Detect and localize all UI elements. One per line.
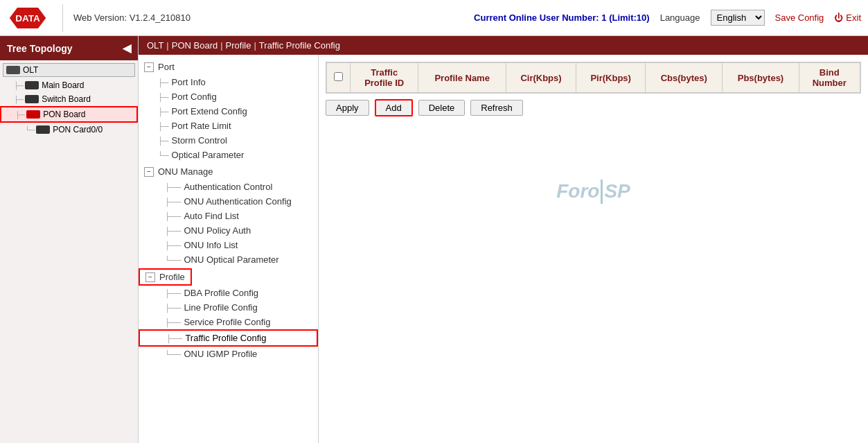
nav-item-line-profile[interactable]: ├── Line Profile Config — [139, 300, 318, 315]
watermark-text-right: SP — [604, 180, 630, 202]
nav-section-port: − Port ├─ Port Info ├─ Port Config ├─ Po… — [139, 59, 318, 162]
nav-section-profile-header[interactable]: − Profile — [139, 268, 192, 286]
nav-item-service-profile[interactable]: ├── Service Profile Config — [139, 315, 318, 329]
col-pir: Pir(Kbps) — [576, 63, 646, 93]
header-divider — [62, 4, 63, 32]
exit-label: Exit — [846, 12, 861, 23]
tree-connector-mainboard: ├─ — [14, 82, 24, 89]
connector-onu-info: ├── — [165, 241, 181, 250]
select-all-checkbox[interactable] — [334, 72, 343, 81]
nav-optical-label: Optical Parameter — [172, 150, 245, 160]
nav-port-info-label: Port Info — [172, 77, 206, 87]
nav-item-port-rate[interactable]: ├─ Port Rate Limit — [139, 119, 318, 133]
breadcrumb-olt[interactable]: OLT — [147, 40, 163, 51]
breadcrumb-profile[interactable]: Profile — [226, 40, 251, 51]
mainboard-icon — [25, 81, 39, 89]
web-version-label: Web Version: V1.2.4_210810 — [73, 12, 474, 23]
language-select[interactable]: English Chinese — [711, 10, 765, 26]
sidebar-collapse-icon[interactable]: ◀ — [123, 42, 131, 55]
nav-item-port-config[interactable]: ├─ Port Config — [139, 89, 318, 104]
olt-icon — [6, 66, 20, 74]
nav-item-policy-auth[interactable]: ├── ONU Policy Auth — [139, 223, 318, 238]
breadcrumb-ponboard[interactable]: PON Board — [172, 40, 218, 51]
data-table-container: TrafficProfile ID Profile Name Cir(Kbps)… — [326, 62, 861, 94]
save-config-link[interactable]: Save Config — [775, 12, 824, 23]
nav-item-storm[interactable]: ├─ Storm Control — [139, 133, 318, 148]
tree-connector-ponboard: ├─ — [15, 111, 25, 119]
nav-port-rate-label: Port Rate Limit — [172, 121, 231, 131]
header: DATA Web Version: V1.2.4_210810 Current … — [0, 0, 868, 36]
sidebar-item-olt[interactable]: OLT — [3, 63, 135, 77]
sidebar-title: Tree Topology — [7, 43, 73, 54]
sidebar-header: Tree Topology ◀ — [0, 36, 138, 60]
sidebar-item-poncard[interactable]: └─ PON Card0/0 — [0, 123, 138, 137]
nav-policy-auth-label: ONU Policy Auth — [184, 225, 251, 236]
refresh-button[interactable]: Refresh — [470, 100, 523, 116]
logo-area: DATA — [7, 4, 48, 32]
profile-collapse-icon[interactable]: − — [145, 272, 155, 282]
nav-profile-label: Profile — [159, 272, 185, 282]
nav-item-port-extend[interactable]: ├─ Port Extend Config — [139, 104, 318, 119]
delete-button[interactable]: Delete — [418, 100, 466, 116]
main-panel: TrafficProfile ID Profile Name Cir(Kbps)… — [319, 55, 868, 443]
connector-policy: ├── — [165, 227, 181, 235]
nav-port-config-label: Port Config — [172, 92, 217, 102]
nav-item-igmp-profile[interactable]: └── ONU IGMP Profile — [139, 347, 318, 361]
connector-port-extend: ├─ — [158, 107, 169, 116]
nav-item-port-info[interactable]: ├─ Port Info — [139, 75, 318, 89]
content-split: − Port ├─ Port Info ├─ Port Config ├─ Po… — [139, 55, 868, 443]
poncard-icon — [36, 125, 50, 134]
nav-auth-control-label: Authentication Control — [184, 182, 272, 192]
nav-item-dba-profile[interactable]: ├── DBA Profile Config — [139, 286, 318, 300]
sidebar-ponboard-label: PON Board — [43, 110, 85, 119]
sidebar-item-ponboard[interactable]: ├─ PON Board — [0, 106, 138, 123]
nav-section-onu-header[interactable]: − ONU Manage — [139, 164, 318, 180]
sidebar-item-switchboard[interactable]: ├─ Switch Board — [0, 92, 138, 106]
logo-icon: DATA — [7, 4, 48, 32]
col-pbs: Pbs(bytes) — [723, 63, 799, 93]
breadcrumb-sep2: | — [220, 40, 222, 51]
add-button[interactable]: Add — [375, 99, 413, 116]
nav-section-port-header[interactable]: − Port — [139, 59, 318, 75]
connector-optical: └─ — [158, 151, 169, 159]
apply-button[interactable]: Apply — [326, 100, 369, 116]
nav-item-onu-info[interactable]: ├── ONU Info List — [139, 238, 318, 252]
nav-igmp-label: ONU IGMP Profile — [184, 349, 257, 359]
connector-storm: ├─ — [158, 137, 169, 145]
sidebar: Tree Topology ◀ OLT ├─ Main Board ├─ Swi… — [0, 36, 139, 443]
content-area: OLT | PON Board | Profile | Traffic Prof… — [139, 36, 868, 443]
nav-item-optical-param[interactable]: └─ Optical Parameter — [139, 148, 318, 162]
svg-text:DATA: DATA — [15, 13, 40, 24]
header-right: Current Online User Number: 1 (Limit:10)… — [474, 10, 861, 26]
connector-traffic: ├── — [166, 334, 182, 342]
nav-item-traffic-profile[interactable]: ├── Traffic Profile Config — [139, 329, 318, 347]
breadcrumb: OLT | PON Board | Profile | Traffic Prof… — [139, 36, 868, 55]
nav-panel: − Port ├─ Port Info ├─ Port Config ├─ Po… — [139, 55, 319, 443]
nav-item-onu-auth-config[interactable]: ├── ONU Authentication Config — [139, 194, 318, 209]
col-cbs: Cbs(bytes) — [646, 63, 723, 93]
switchboard-icon — [25, 95, 39, 103]
connector-port-rate: ├─ — [158, 122, 169, 130]
main-layout: Tree Topology ◀ OLT ├─ Main Board ├─ Swi… — [0, 36, 868, 443]
col-profile-name: Profile Name — [418, 63, 506, 93]
sidebar-poncard-label: PON Card0/0 — [53, 125, 103, 134]
breadcrumb-sep3: | — [254, 40, 256, 51]
port-collapse-icon[interactable]: − — [144, 62, 154, 72]
sidebar-olt-label: OLT — [23, 65, 38, 75]
nav-auto-find-label: Auto Find List — [184, 211, 239, 221]
connector-auth: ├── — [165, 183, 181, 191]
sidebar-item-mainboard[interactable]: ├─ Main Board — [0, 78, 138, 92]
onu-collapse-icon[interactable]: − — [144, 167, 154, 177]
connector-onu-auth: ├── — [165, 198, 181, 206]
nav-item-onu-optical[interactable]: └── ONU Optical Parameter — [139, 252, 318, 267]
online-limit: (Limit:10) — [609, 12, 650, 23]
col-checkbox — [327, 63, 351, 93]
action-bar: Apply Add Delete Refresh — [326, 94, 861, 122]
nav-item-auth-control[interactable]: ├── Authentication Control — [139, 180, 318, 194]
nav-storm-label: Storm Control — [172, 135, 227, 146]
nav-onu-info-label: ONU Info List — [184, 240, 238, 250]
exit-button[interactable]: ⏻ Exit — [834, 12, 861, 23]
nav-onu-auth-config-label: ONU Authentication Config — [184, 196, 291, 207]
online-label: Current Online User Number: — [474, 12, 599, 23]
nav-item-auto-find[interactable]: ├── Auto Find List — [139, 209, 318, 223]
